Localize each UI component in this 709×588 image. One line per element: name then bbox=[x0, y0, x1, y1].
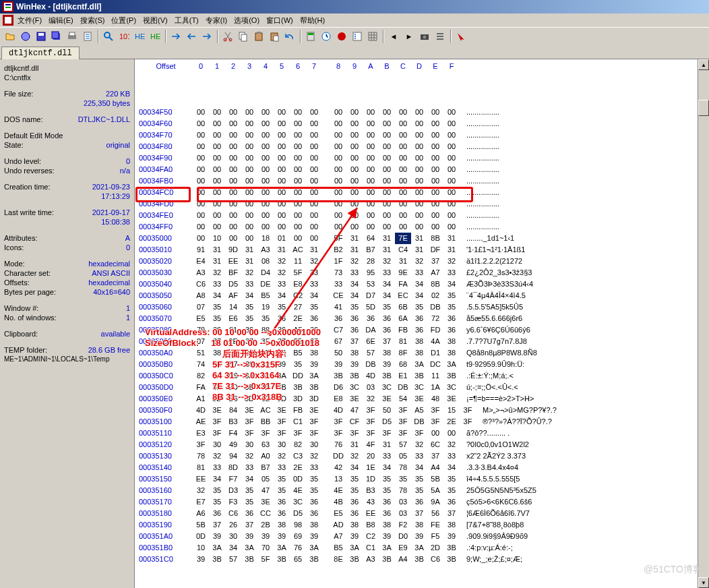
tb-disk-icon[interactable] bbox=[18, 29, 33, 44]
tb-opts-icon[interactable] bbox=[350, 29, 365, 44]
menu-window[interactable]: 窗口(W) bbox=[266, 16, 293, 26]
tb-paste-icon[interactable] bbox=[267, 29, 282, 44]
hex-row[interactable]: 00035060073514351935273541355D356B35DB35… bbox=[139, 301, 693, 313]
hex-row[interactable]: 00035050A834AF34B534C234CE34D734EC340235… bbox=[139, 290, 693, 301]
hex-row[interactable]: 00035110E33FF43F3F3F3F3F3F3F3F3F3F3F0000… bbox=[139, 428, 693, 439]
tb-hex2-icon[interactable]: HEX bbox=[148, 29, 162, 44]
filesize-value: 220 KB bbox=[106, 89, 130, 98]
annotation-sob: SizeOfBlock: 18 01 00 00 -->0x00001018 bbox=[145, 337, 319, 349]
hex-row[interactable]: 000351203F3049306330823076314F3157326C32… bbox=[139, 439, 693, 450]
tb-open-icon[interactable] bbox=[3, 29, 18, 44]
hex-row[interactable]: 0003514081338D33B7332E3342341E347834A434… bbox=[139, 462, 693, 473]
scrollbar[interactable]: ▲ ▼ bbox=[698, 59, 709, 588]
hex-row[interactable]: 000351B0103A343A703A763AB53AC13AE93A2D3B… bbox=[139, 542, 693, 554]
hex-row[interactable]: 000351C0393B573B5F3B653B8E3BA33BA43BC63B… bbox=[139, 554, 693, 565]
tb-fwd-icon[interactable] bbox=[199, 29, 214, 44]
dosname-value: DTLJKC~1.DLL bbox=[78, 115, 130, 124]
hex-row[interactable]: 00035030A332BF32D4325F33733395339E33A733… bbox=[139, 267, 693, 278]
hex-row[interactable]: 00035070E535E63535362E36363636366A367236… bbox=[139, 313, 693, 324]
tb-undo-icon[interactable] bbox=[282, 29, 297, 44]
tb-goto-icon[interactable] bbox=[168, 29, 183, 44]
svg-text:101: 101 bbox=[119, 32, 129, 40]
undolevel-label: Undo level: bbox=[4, 156, 41, 166]
winnum-label: Window #: bbox=[4, 303, 38, 313]
charset-value: ANSI ASCII bbox=[92, 268, 130, 278]
dosname-label: DOS name: bbox=[4, 115, 42, 124]
tb-saveall-icon[interactable] bbox=[49, 29, 64, 44]
tb-back-icon[interactable] bbox=[184, 29, 199, 44]
hex-content[interactable]: Offset0123456789ABCDEF 00034F50000000000… bbox=[135, 59, 698, 588]
state-label: State: bbox=[4, 140, 24, 150]
tb-cut-icon[interactable] bbox=[220, 29, 235, 44]
hex-row[interactable]: 0003513078329432A032C332DD32203305333733… bbox=[139, 450, 693, 462]
icons-label: Icons: bbox=[4, 243, 24, 252]
hex-row[interactable]: 00035150EE34F73405350D3513351D3535355B35… bbox=[139, 473, 693, 485]
svg-rect-2 bbox=[5, 4, 11, 5]
tb-stop-icon[interactable] bbox=[334, 29, 349, 44]
separator bbox=[450, 30, 452, 43]
tabbar: dtljkcntf.dll bbox=[0, 45, 709, 59]
hex-row[interactable]: 000350F04D3E843EAC3EFB3E4D473F503FA53F15… bbox=[139, 405, 693, 416]
menu-options[interactable]: 选项(O) bbox=[234, 16, 259, 26]
menu-tools[interactable]: 工具(T) bbox=[175, 16, 199, 26]
hex-row[interactable]: 00035170E735F3353E363C364B36433603369A36… bbox=[139, 496, 693, 508]
bpp-value: 40x16=640 bbox=[93, 287, 130, 297]
menu-position[interactable]: 位置(P) bbox=[111, 16, 136, 26]
file-tab[interactable]: dtljkcntf.dll bbox=[1, 47, 80, 59]
annotation-l4: 8B 31 --> 0x318B bbox=[212, 391, 282, 403]
scroll-down-icon[interactable]: ▼ bbox=[698, 577, 709, 588]
tb-play-next-icon[interactable]: ► bbox=[402, 29, 417, 44]
hex-row[interactable]: 00035020E431EE31083211321F32283231323732… bbox=[139, 256, 693, 267]
annotation-l1: 5F 31 --> 0x315F bbox=[212, 359, 280, 370]
hex-row[interactable]: 00034F5000000000000000000000000000000000… bbox=[139, 107, 693, 118]
scroll-up-icon[interactable]: ▲ bbox=[698, 59, 709, 70]
hex-row[interactable]: 000351A00D39303939396939A739C239D039F539… bbox=[139, 531, 693, 542]
hex-row[interactable]: 00034FE000000000000000000000000000000000… bbox=[139, 210, 693, 221]
annotation-header: 后面开始块内容: bbox=[222, 348, 286, 359]
tb-101-icon[interactable]: 101 bbox=[117, 29, 131, 44]
hex-row[interactable]: 00035040C633D533DE33E83333345334FA348B34… bbox=[139, 278, 693, 290]
menu-view[interactable]: 视图(V) bbox=[143, 16, 168, 26]
tb-calc-icon[interactable] bbox=[303, 29, 318, 44]
tb-print-icon[interactable] bbox=[65, 29, 80, 44]
hex-row[interactable]: 000351603235D33547354E354E35B33578355A35… bbox=[139, 485, 693, 496]
scroll-thumb[interactable] bbox=[698, 100, 709, 116]
tb-help-icon[interactable] bbox=[454, 29, 468, 44]
menu-file[interactable]: 文件(F) bbox=[18, 16, 42, 26]
tb-hex-icon[interactable]: HEX bbox=[132, 29, 147, 44]
hex-row[interactable]: 00034F8000000000000000000000000000000000… bbox=[139, 141, 693, 152]
hex-row[interactable]: 00035180A636C636CC36D536E536EE3603375637… bbox=[139, 508, 693, 519]
tb-find-icon[interactable] bbox=[101, 29, 116, 44]
menu-help[interactable]: 帮助(H) bbox=[300, 16, 325, 26]
undorev-value: n/a bbox=[120, 166, 130, 175]
hex-row[interactable]: 00035100AE3FB33FBB3FC13F3FCF3FD53FDB3F2E… bbox=[139, 416, 693, 428]
tb-copy-icon[interactable] bbox=[236, 29, 251, 44]
menu-search[interactable]: 搜索(S) bbox=[80, 16, 105, 26]
hex-row[interactable]: 0003500000100000180100005F3164317E318B31… bbox=[139, 233, 693, 244]
hex-row[interactable]: 0003501091319D31A331AC31B231B731C431DF31… bbox=[139, 244, 693, 256]
hex-row[interactable]: 00034FF000000000000000000000000000000000… bbox=[139, 221, 693, 233]
hex-row[interactable]: 00034FB000000000000000000000000000000000… bbox=[139, 175, 693, 187]
svg-point-29 bbox=[338, 32, 346, 40]
hex-row[interactable]: 00034F6000000000000000000000000000000000… bbox=[139, 118, 693, 129]
undolevel-value: 0 bbox=[126, 156, 130, 166]
clip-value: available bbox=[101, 329, 130, 339]
separator bbox=[98, 30, 99, 43]
hex-row[interactable]: 00034FA000000000000000000000000000000000… bbox=[139, 164, 693, 175]
tb-save-icon[interactable] bbox=[34, 29, 49, 44]
menu-expert[interactable]: 专家(I) bbox=[206, 16, 227, 26]
winnum-value: 1 bbox=[126, 303, 130, 313]
tb-grid-icon[interactable] bbox=[365, 29, 380, 44]
tb-props-icon[interactable] bbox=[80, 29, 95, 44]
mode-label: Mode: bbox=[4, 259, 25, 268]
tb-play-prev-icon[interactable]: ◄ bbox=[386, 29, 401, 44]
svg-rect-8 bbox=[38, 33, 44, 36]
menu-edit[interactable]: 编辑(E) bbox=[49, 16, 73, 26]
tb-time-icon[interactable] bbox=[319, 29, 334, 44]
tb-list-icon[interactable] bbox=[433, 29, 448, 44]
hex-row[interactable]: 00034F9000000000000000000000000000000000… bbox=[139, 152, 693, 164]
hex-row[interactable]: 000351905B3726372B389838AD38B838F238FE38… bbox=[139, 519, 693, 531]
hex-row[interactable]: 00034F7000000000000000000000000000000000… bbox=[139, 129, 693, 141]
tb-snapshot-icon[interactable] bbox=[417, 29, 432, 44]
tb-clip-icon[interactable] bbox=[251, 29, 266, 44]
